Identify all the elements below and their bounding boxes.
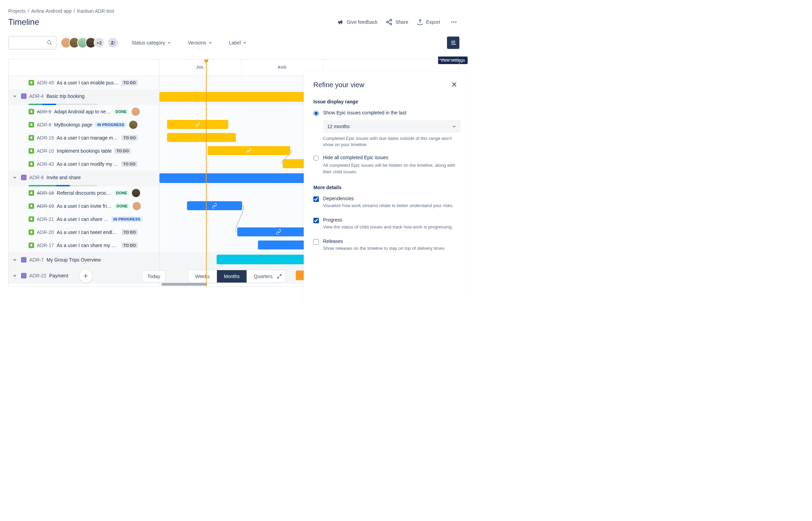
issue-summary[interactable]: MyBookings page bbox=[54, 122, 92, 127]
svg-point-0 bbox=[451, 21, 452, 22]
issue-key[interactable]: ADR-20 bbox=[37, 229, 54, 235]
panel-close-button[interactable] bbox=[450, 81, 458, 89]
megaphone-icon bbox=[337, 19, 344, 25]
section-more-details: More details bbox=[313, 185, 458, 190]
completed-range-select[interactable]: 12 months bbox=[323, 120, 461, 133]
issue-key[interactable]: ADR-8 bbox=[37, 122, 51, 127]
add-people-button[interactable] bbox=[107, 37, 118, 48]
issue-key[interactable]: ADR-45 bbox=[37, 80, 54, 85]
gantt-bar[interactable] bbox=[167, 133, 236, 142]
issue-key[interactable]: ADR-17 bbox=[37, 243, 54, 248]
chevron-down-icon bbox=[452, 124, 457, 129]
epic-toggle[interactable] bbox=[11, 256, 18, 263]
avatar-overflow[interactable]: +2 bbox=[94, 37, 105, 48]
checkbox-input[interactable] bbox=[313, 196, 319, 202]
issue-summary[interactable]: As a user I can manage my … bbox=[57, 135, 119, 141]
issue-summary[interactable]: Referral discounts proc… bbox=[57, 190, 111, 196]
breadcrumb-board[interactable]: Kanban ADR test bbox=[77, 8, 114, 14]
issue-key[interactable]: ADR-7 bbox=[29, 257, 44, 263]
search-icon bbox=[47, 40, 52, 45]
assignee-avatar[interactable] bbox=[133, 202, 141, 210]
issue-summary[interactable]: As a user I can enable pus… bbox=[57, 80, 119, 85]
epic-toggle[interactable] bbox=[11, 93, 18, 100]
zoom-months[interactable]: Months bbox=[217, 270, 247, 283]
radio-input[interactable] bbox=[313, 155, 319, 161]
story-icon bbox=[29, 190, 34, 196]
issue-key[interactable]: ADR-21 bbox=[37, 216, 54, 222]
story-icon bbox=[29, 135, 34, 141]
assignee-avatar[interactable] bbox=[132, 108, 140, 116]
issue-key[interactable]: ADR-22 bbox=[29, 273, 46, 278]
search-input[interactable] bbox=[8, 36, 56, 50]
issue-key[interactable]: ADR-10 bbox=[37, 148, 54, 154]
checkbox-progress[interactable]: Progress View the status of child issues… bbox=[313, 217, 458, 230]
export-icon bbox=[417, 19, 424, 25]
epic-icon bbox=[21, 257, 27, 263]
issue-summary[interactable]: Payment bbox=[49, 273, 68, 278]
issue-summary[interactable]: As a user I can modify my … bbox=[57, 161, 118, 167]
versions-filter[interactable]: Versions bbox=[184, 37, 216, 48]
today-button[interactable]: Today bbox=[142, 270, 165, 282]
gantt-bar[interactable] bbox=[167, 120, 228, 129]
issue-key[interactable]: ADR-6 bbox=[29, 175, 44, 180]
status-lozenge: TO DO bbox=[121, 161, 138, 167]
more-actions-button[interactable] bbox=[448, 17, 459, 28]
gantt-bar[interactable] bbox=[187, 201, 242, 210]
chevron-down-icon bbox=[12, 94, 17, 99]
more-horizontal-icon bbox=[450, 19, 457, 25]
issue-key[interactable]: ADR-15 bbox=[37, 135, 54, 141]
status-category-filter[interactable]: Status category bbox=[128, 37, 175, 48]
label-filter[interactable]: Label bbox=[226, 37, 250, 48]
fullscreen-button[interactable] bbox=[273, 270, 285, 283]
issue-summary[interactable]: As a user I can share … bbox=[57, 216, 108, 222]
issue-summary[interactable]: As a user I can invite fri… bbox=[57, 203, 112, 209]
gantt-bar[interactable] bbox=[208, 146, 290, 155]
story-icon bbox=[29, 122, 34, 127]
issue-summary[interactable]: As a user I can tweet endle… bbox=[57, 229, 119, 235]
checkbox-dependencies[interactable]: Dependencies Visualize how work streams … bbox=[313, 196, 458, 209]
issue-key[interactable]: ADR-4 bbox=[29, 93, 44, 99]
zoom-weeks[interactable]: Weeks bbox=[188, 270, 217, 283]
issue-summary[interactable]: Basic trip booking bbox=[46, 93, 85, 99]
horizontal-scrollbar[interactable] bbox=[162, 283, 207, 286]
breadcrumb-project[interactable]: Airline Android app bbox=[31, 8, 72, 14]
issue-key[interactable]: ADR-19 bbox=[37, 203, 54, 209]
issue-summary[interactable]: My Group Trips Overview bbox=[46, 257, 101, 263]
link-icon bbox=[276, 229, 281, 235]
issue-key[interactable]: ADR-9 bbox=[37, 109, 51, 114]
issue-summary[interactable]: Invite and share bbox=[46, 175, 81, 180]
link-icon bbox=[195, 122, 200, 127]
epic-toggle[interactable] bbox=[11, 272, 18, 279]
status-lozenge: DONE bbox=[113, 109, 129, 114]
issue-key[interactable]: ADR-18 bbox=[37, 190, 54, 196]
breadcrumb: Projects / Airline Android app / Kanban … bbox=[8, 0, 459, 14]
opt1-description: Completed Epic issues with due dates out… bbox=[323, 135, 461, 148]
checkbox-input[interactable] bbox=[313, 239, 319, 245]
radio-hide-completed[interactable]: Hide all completed Epic issues All compl… bbox=[313, 155, 458, 175]
issue-summary[interactable]: As a user I can share my up… bbox=[57, 243, 119, 248]
chevron-down-icon bbox=[12, 273, 17, 278]
add-issue-button[interactable]: + bbox=[79, 269, 93, 283]
radio-input[interactable] bbox=[313, 111, 319, 116]
breadcrumb-projects[interactable]: Projects bbox=[8, 8, 26, 14]
issue-summary[interactable]: Adapt Android app to ne… bbox=[54, 109, 111, 114]
export-button[interactable]: Export bbox=[417, 19, 440, 25]
link-icon bbox=[246, 148, 252, 153]
assignee-avatar[interactable] bbox=[129, 121, 137, 129]
epic-toggle[interactable] bbox=[11, 174, 18, 181]
zoom-group: Weeks Months Quarters bbox=[188, 270, 280, 283]
issue-key[interactable]: ADR-43 bbox=[37, 161, 54, 167]
status-lozenge: TO DO bbox=[122, 80, 138, 85]
share-button[interactable]: Share bbox=[386, 19, 408, 25]
issue-summary[interactable]: Implement bookings table bbox=[57, 148, 112, 154]
checkbox-input[interactable] bbox=[313, 218, 319, 223]
give-feedback-button[interactable]: Give feedback bbox=[337, 19, 378, 25]
story-icon bbox=[29, 148, 34, 154]
section-issue-display-range: Issue display range bbox=[313, 99, 458, 104]
checkbox-releases[interactable]: Releases Show releases on the timeline t… bbox=[313, 238, 458, 252]
view-settings-button[interactable] bbox=[447, 37, 459, 49]
svg-point-5 bbox=[454, 41, 455, 42]
assignee-avatar[interactable] bbox=[132, 189, 140, 197]
status-lozenge: TO DO bbox=[114, 148, 131, 154]
radio-show-completed[interactable]: Show Epic issues completed in the last bbox=[313, 110, 458, 116]
